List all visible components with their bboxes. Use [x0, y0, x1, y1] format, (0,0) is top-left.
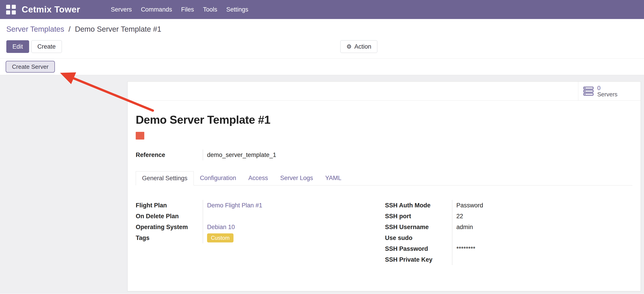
- tab-server-logs[interactable]: Server Logs: [274, 171, 319, 185]
- servers-stat-button[interactable]: 0 Servers: [578, 82, 640, 100]
- subheader: Create Server: [0, 59, 644, 75]
- reference-row: Reference demo_server_template_1: [136, 150, 632, 160]
- field-value-tags: Custom: [203, 232, 385, 243]
- create-button[interactable]: Create: [32, 40, 62, 53]
- gear-icon: ⚙: [346, 44, 352, 50]
- stat-text: 0 Servers: [597, 85, 618, 97]
- create-server-button[interactable]: Create Server: [6, 61, 55, 73]
- record-title: Demo Server Template #1: [136, 113, 632, 126]
- notebook-tabs: General Settings Configuration Access Se…: [136, 171, 632, 186]
- main-menu: Servers Commands Files Tools Settings: [106, 6, 253, 13]
- breadcrumb-parent-link[interactable]: Server Templates: [6, 25, 64, 33]
- reference-label: Reference: [136, 150, 203, 160]
- content-area: 0 Servers Demo Server Template #1 Refere…: [0, 75, 644, 294]
- apps-grid-square: [12, 5, 16, 9]
- tab-yaml[interactable]: YAML: [319, 171, 348, 185]
- field-label-ssh-port: SSH port: [385, 211, 452, 222]
- field-value-on-delete-plan: [203, 211, 385, 222]
- field-value-ssh-port: 22: [452, 211, 632, 222]
- servers-count-label: Servers: [597, 91, 618, 97]
- color-swatch[interactable]: [136, 132, 144, 139]
- field-label-ssh-auth-mode: SSH Auth Mode: [385, 200, 452, 211]
- servers-count: 0: [597, 85, 618, 91]
- field-column-right: SSH Auth Mode Password SSH port 22 SSH U…: [385, 200, 632, 265]
- apps-grid-icon[interactable]: [6, 5, 16, 15]
- stat-button-row: 0 Servers: [128, 82, 640, 101]
- field-label-use-sudo: Use sudo: [385, 232, 452, 243]
- operating-system-link[interactable]: Debian 10: [207, 224, 235, 230]
- field-columns: Flight Plan Demo Flight Plan #1 On Delet…: [136, 200, 632, 265]
- action-button-label: Action: [354, 43, 371, 50]
- breadcrumb-separator: /: [68, 25, 70, 33]
- tag-custom[interactable]: Custom: [207, 233, 234, 242]
- record-sheet: Demo Server Template #1 Reference demo_s…: [128, 113, 640, 265]
- apps-grid-square: [12, 11, 16, 15]
- apps-grid-square: [6, 5, 10, 9]
- field-column-left: Flight Plan Demo Flight Plan #1 On Delet…: [136, 200, 385, 265]
- menu-item-servers[interactable]: Servers: [106, 6, 136, 13]
- menu-item-tools[interactable]: Tools: [198, 6, 222, 13]
- breadcrumb: Server Templates / Demo Server Template …: [6, 25, 638, 34]
- field-label-ssh-private-key: SSH Private Key: [385, 254, 452, 265]
- brand-title[interactable]: Cetmix Tower: [22, 5, 80, 15]
- field-label-on-delete-plan: On Delete Plan: [136, 211, 203, 222]
- tab-access[interactable]: Access: [242, 171, 274, 185]
- menu-item-settings[interactable]: Settings: [222, 6, 253, 13]
- record-card: 0 Servers Demo Server Template #1 Refere…: [127, 81, 641, 291]
- field-value-ssh-private-key: [452, 254, 632, 265]
- flight-plan-link[interactable]: Demo Flight Plan #1: [207, 202, 262, 209]
- field-value-flight-plan: Demo Flight Plan #1: [203, 200, 385, 211]
- field-label-ssh-username: SSH Username: [385, 222, 452, 232]
- tab-configuration[interactable]: Configuration: [194, 171, 242, 185]
- field-value-use-sudo: [452, 232, 632, 243]
- field-value-ssh-password: ********: [452, 243, 632, 254]
- reference-value: demo_server_template_1: [203, 150, 632, 160]
- field-value-operating-system: Debian 10: [203, 222, 385, 232]
- control-panel: Server Templates / Demo Server Template …: [0, 19, 644, 59]
- field-label-flight-plan: Flight Plan: [136, 200, 203, 211]
- top-navbar: Cetmix Tower Servers Commands Files Tool…: [0, 0, 644, 19]
- menu-item-commands[interactable]: Commands: [136, 6, 176, 13]
- tab-general-settings[interactable]: General Settings: [136, 171, 194, 186]
- field-value-ssh-username: admin: [452, 222, 632, 232]
- field-label-ssh-password: SSH Password: [385, 243, 452, 254]
- action-button[interactable]: ⚙ Action: [340, 40, 377, 53]
- apps-grid-square: [6, 11, 10, 15]
- breadcrumb-current: Demo Server Template #1: [75, 25, 162, 33]
- button-row: Edit Create ⚙ Action: [6, 40, 638, 53]
- server-stack-icon: [583, 86, 594, 96]
- field-value-ssh-auth-mode: Password: [452, 200, 632, 211]
- edit-button[interactable]: Edit: [6, 40, 29, 53]
- field-label-tags: Tags: [136, 232, 203, 243]
- menu-item-files[interactable]: Files: [176, 6, 198, 13]
- field-label-operating-system: Operating System: [136, 222, 203, 232]
